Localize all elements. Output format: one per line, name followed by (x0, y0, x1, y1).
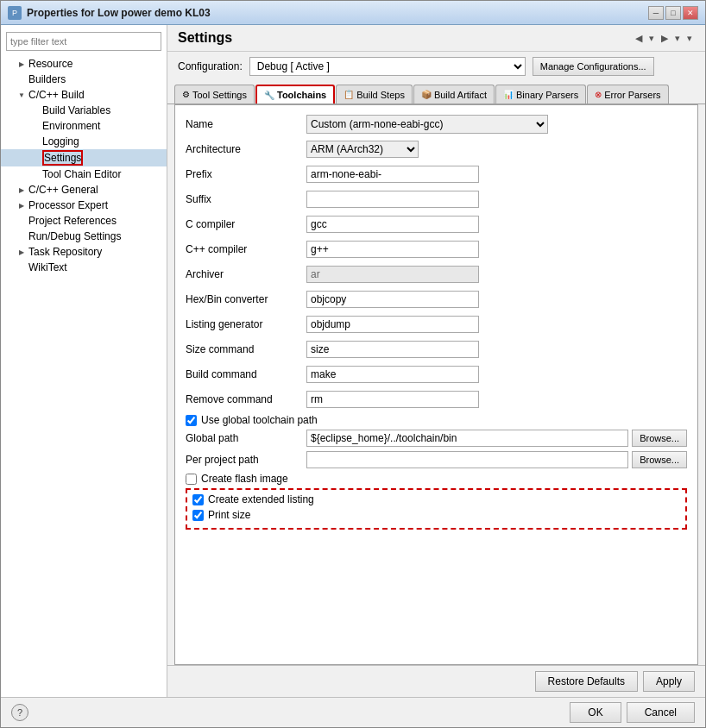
config-label: Configuration: (178, 60, 243, 72)
tab-tool-settings[interactable]: ⚙ Tool Settings (174, 85, 255, 104)
listing-row: Listing generator (186, 314, 687, 335)
forward-dropdown-arrow[interactable]: ▾ (672, 32, 683, 45)
sidebar-item-run-debug-settings[interactable]: Run/Debug Settings (1, 229, 167, 244)
tab-build-steps-label: Build Steps (356, 90, 405, 100)
print-size-checkbox[interactable] (192, 510, 204, 521)
build-command-row: Build command (186, 364, 687, 385)
label-settings: Settings (44, 152, 81, 164)
name-label: Name (186, 118, 306, 130)
hexbin-input[interactable] (306, 291, 479, 308)
maximize-button[interactable]: □ (665, 6, 681, 20)
binary-parsers-icon: 📊 (503, 90, 514, 99)
listing-input[interactable] (306, 316, 479, 333)
suffix-label: Suffix (186, 193, 306, 205)
sidebar-item-tool-chain-editor[interactable]: Tool Chain Editor (1, 166, 167, 182)
prefix-input[interactable] (306, 166, 479, 183)
tabs-row: ⚙ Tool Settings 🔧 Toolchains 📋 Build Ste… (167, 81, 705, 104)
arrow-environment (28, 119, 42, 133)
sidebar-item-logging[interactable]: Logging (1, 134, 167, 149)
cpp-compiler-input[interactable] (306, 241, 479, 258)
config-select[interactable]: Debug [ Active ] (249, 57, 526, 76)
ok-button[interactable]: OK (570, 702, 621, 723)
forward-arrow[interactable]: ▶ (659, 32, 671, 45)
global-path-input[interactable] (306, 430, 628, 447)
manage-configurations-button[interactable]: Manage Configurations... (533, 57, 654, 76)
print-size-label: Print size (208, 509, 250, 521)
sidebar-item-task-repository[interactable]: ▶ Task Repository (1, 244, 167, 260)
arrow-ccbuild: ▼ (15, 88, 28, 102)
label-task-repository: Task Repository (28, 246, 102, 258)
archiver-input[interactable] (306, 266, 479, 283)
c-compiler-row: C compiler (186, 214, 687, 235)
arrow-wikitext (15, 260, 28, 274)
tool-settings-icon: ⚙ (182, 90, 190, 99)
filter-input[interactable] (6, 32, 161, 51)
sidebar-item-settings[interactable]: Settings (1, 149, 167, 166)
label-logging: Logging (42, 135, 79, 147)
sidebar-item-builders[interactable]: Builders (1, 72, 167, 87)
sidebar-item-build-variables[interactable]: Build Variables (1, 103, 167, 118)
sidebar-item-processor-expert[interactable]: ▶ Processor Expert (1, 198, 167, 213)
tab-tool-settings-label: Tool Settings (192, 90, 247, 100)
label-tool-chain-editor: Tool Chain Editor (42, 168, 121, 180)
remove-label: Remove command (186, 393, 306, 405)
use-global-checkbox[interactable] (186, 415, 197, 426)
config-row: Configuration: Debug [ Active ] Manage C… (167, 52, 705, 81)
build-artifact-icon: 📦 (421, 90, 432, 99)
suffix-input[interactable] (306, 191, 479, 208)
archiver-row: Archiver (186, 264, 687, 285)
create-flash-label: Create flash image (201, 473, 288, 485)
size-command-row: Size command (186, 339, 687, 360)
create-flash-row: Create flash image (186, 473, 687, 485)
sidebar-item-resource[interactable]: ▶ Resource (1, 56, 167, 72)
size-input[interactable] (306, 341, 479, 358)
tab-toolchains[interactable]: 🔧 Toolchains (255, 85, 335, 104)
c-compiler-label: C compiler (186, 218, 306, 230)
tab-build-steps[interactable]: 📋 Build Steps (336, 85, 413, 104)
prefix-label: Prefix (186, 168, 306, 180)
create-extended-row: Create extended listing (192, 493, 680, 505)
size-label: Size command (186, 343, 306, 355)
listing-label: Listing generator (186, 318, 306, 330)
window-controls: ─ □ ✕ (648, 6, 698, 20)
tab-error-parsers-label: Error Parsers (604, 90, 660, 100)
sidebar-item-ccbuild[interactable]: ▼ C/C++ Build (1, 87, 167, 103)
cancel-button[interactable]: Cancel (627, 702, 695, 723)
per-project-browse-button[interactable]: Browse... (632, 451, 687, 468)
tab-build-artifact-label: Build Artifact (434, 90, 487, 100)
hexbin-row: Hex/Bin converter (186, 289, 687, 310)
name-select[interactable]: Custom (arm-none-eabi-gcc) (306, 115, 548, 134)
cpp-compiler-row: C++ compiler (186, 239, 687, 260)
close-button[interactable]: ✕ (683, 6, 698, 20)
sidebar-item-environment[interactable]: Environment (1, 118, 167, 134)
restore-defaults-button[interactable]: Restore Defaults (535, 671, 638, 692)
remove-input[interactable] (306, 391, 479, 408)
sidebar-item-ccgeneral[interactable]: ▶ C/C++ General (1, 182, 167, 198)
c-compiler-input[interactable] (306, 216, 479, 233)
dropdown-arrow[interactable]: ▾ (646, 32, 657, 45)
tab-build-artifact[interactable]: 📦 Build Artifact (413, 85, 495, 104)
back-arrow[interactable]: ◀ (633, 32, 645, 45)
architecture-select[interactable]: ARM (AArch32) (306, 141, 419, 158)
toolchains-icon: 🔧 (264, 91, 274, 100)
help-button[interactable]: ? (11, 704, 28, 721)
minimize-button[interactable]: ─ (648, 6, 664, 20)
label-wikitext: WikiText (28, 261, 67, 273)
name-row: Name Custom (arm-none-eabi-gcc) (186, 114, 687, 135)
more-arrow[interactable]: ▾ (684, 32, 695, 45)
create-extended-checkbox[interactable] (192, 494, 204, 505)
per-project-input[interactable] (306, 451, 628, 468)
sidebar-item-project-references[interactable]: Project References (1, 213, 167, 229)
build-input[interactable] (306, 366, 479, 383)
arrow-project-references (15, 214, 28, 228)
extended-listing-group: Create extended listing Print size (186, 488, 687, 530)
build-steps-icon: 📋 (344, 90, 354, 99)
create-flash-checkbox[interactable] (186, 474, 197, 485)
global-path-browse-button[interactable]: Browse... (632, 430, 687, 447)
label-environment: Environment (42, 120, 100, 132)
apply-button[interactable]: Apply (643, 671, 695, 692)
sidebar-item-wikitext[interactable]: WikiText (1, 260, 167, 275)
tab-binary-parsers[interactable]: 📊 Binary Parsers (495, 85, 586, 104)
tab-error-parsers[interactable]: ⊗ Error Parsers (587, 85, 668, 104)
use-global-label: Use global toolchain path (201, 414, 318, 426)
